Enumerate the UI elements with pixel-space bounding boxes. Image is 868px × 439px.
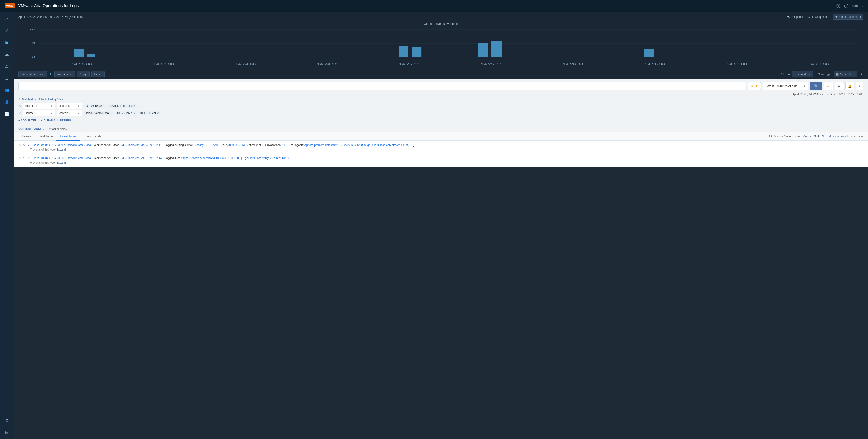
sidebar-users-icon[interactable]: 👥 bbox=[3, 86, 11, 94]
sidebar-person-icon[interactable]: 👤 bbox=[3, 98, 11, 106]
remove-tag-button[interactable]: ✕ bbox=[157, 112, 159, 115]
reset-button[interactable]: Reset bbox=[91, 71, 104, 77]
alert-button[interactable]: 🔔 bbox=[845, 82, 854, 90]
chevron-down-icon: ▼ bbox=[50, 112, 53, 115]
svg-text:14:27:30: 14:27:30 bbox=[808, 63, 829, 65]
extract-fields-button[interactable]: (Extract all fields) bbox=[46, 127, 68, 131]
add-metric-button[interactable]: + bbox=[49, 72, 53, 76]
chevron-down-icon: ▼ bbox=[803, 85, 806, 87]
content-packs-button[interactable]: CONTENT PACKs ▼ bbox=[18, 127, 45, 131]
remove-tag-button[interactable]: ✕ bbox=[102, 104, 104, 107]
svg-text:14:24:30: 14:24:30 bbox=[317, 63, 338, 65]
add-widget-button[interactable]: ▣+ bbox=[835, 82, 844, 90]
tab-events[interactable]: Events bbox=[18, 132, 35, 141]
filter-field-hostname[interactable]: hostname ▼ bbox=[23, 103, 55, 109]
svg-text:14:26:00: 14:26:00 bbox=[563, 63, 583, 65]
sidebar-upload-icon[interactable]: ⇧ bbox=[4, 27, 10, 34]
info-icon[interactable]: ⓘ bbox=[836, 3, 840, 9]
chart-type-dropdown[interactable]: ▤ Automatic ▼ bbox=[834, 71, 858, 77]
over-time-button[interactable]: over time ▼ bbox=[54, 71, 75, 77]
remove-tag-button[interactable]: ✕ bbox=[134, 104, 136, 107]
sidebar-cloud-icon[interactable]: ☁ bbox=[3, 51, 10, 58]
tabs-right: 1 to 5 out of 5 event types View ▼ Sort:… bbox=[769, 135, 863, 138]
event-ip[interactable]: @10.176.152.143~ bbox=[141, 156, 165, 160]
event-user[interactable]: CMBU\malasfar~ bbox=[119, 156, 141, 160]
sidebar-nav-icon[interactable]: ⇄ bbox=[4, 15, 10, 23]
time-range-dropdown[interactable]: Latest 5 minutes of data ▼ bbox=[763, 82, 808, 90]
sidebar-doc-icon[interactable]: ☷ bbox=[4, 74, 10, 82]
event-timestamp[interactable]: 2023-04-04 08:56:23.257~ bbox=[34, 144, 67, 147]
apply-button[interactable]: Apply bbox=[77, 71, 90, 77]
chart-svg[interactable]: 10 5 0 14:23:00 14:23:30 14:24:00 14:24:… bbox=[18, 27, 863, 68]
search-button[interactable]: 🔍 bbox=[810, 82, 822, 90]
tab-field-table[interactable]: Field Table bbox=[35, 132, 57, 141]
add-dashboard-button[interactable]: ✚ Add to Dashboard bbox=[833, 14, 863, 20]
bar-seconds-dropdown[interactable]: 5 seconds ▼ bbox=[792, 71, 813, 77]
chart-actions: 📷 Snapshot Go to Snapshots ✚ Add to Dash… bbox=[786, 14, 863, 20]
svg-text:14:24:00: 14:24:00 bbox=[235, 63, 256, 65]
collapse-chart-button[interactable]: ▲ bbox=[860, 72, 863, 76]
remove-filter-hostname[interactable]: ✕ bbox=[18, 104, 21, 108]
remove-filter-source[interactable]: ✕ bbox=[18, 112, 21, 115]
chevron-down-icon: ▼ bbox=[77, 112, 80, 115]
event-count: 7 bbox=[28, 143, 32, 147]
chevron-down-icon: ▼ bbox=[70, 73, 72, 75]
count-events-button[interactable]: Count of events ▼ bbox=[18, 71, 47, 77]
tab-event-types[interactable]: Event Types bbox=[56, 132, 80, 141]
expand-button[interactable]: (Expand) bbox=[56, 161, 67, 164]
svg-text:14:25:00: 14:25:00 bbox=[399, 63, 420, 65]
header-icons: ⓘ ⓘ admin ⌄ bbox=[836, 3, 863, 9]
event-host[interactable]: sc2vc05.cmbu.local~ bbox=[67, 144, 93, 147]
event-text: 2023-04-04 08:56:23.257~ sc2vc05.cmbu.lo… bbox=[34, 143, 863, 147]
sidebar-gear-icon[interactable]: ⚙ bbox=[4, 416, 10, 424]
event-item: ✕ ⚙ 6 2023-04-04 08:56:23.106~ sc2vc05.c… bbox=[14, 154, 868, 167]
filter-op-hostname[interactable]: contains ▼ bbox=[57, 103, 82, 109]
sidebar-alert-icon[interactable]: ⚠ bbox=[4, 62, 10, 70]
event-count: 6 bbox=[28, 156, 32, 160]
filter-actions: + ADD FILTER ✕ CLEAR ALL FILTERS bbox=[18, 118, 863, 124]
sidebar-monitor-icon[interactable]: 📄 bbox=[3, 110, 11, 118]
event-gear-button[interactable]: ⚙ bbox=[23, 156, 26, 160]
event-timestamp[interactable]: 2023-04-04 08:56:23.106~ bbox=[34, 156, 67, 160]
event-close-button[interactable]: ✕ bbox=[18, 143, 21, 147]
event-gear-button[interactable]: ⚙ bbox=[23, 143, 26, 147]
filter-op-source[interactable]: contains ▼ bbox=[57, 110, 82, 116]
match-icon: ⇧ bbox=[18, 98, 21, 101]
svg-rect-17 bbox=[87, 54, 95, 57]
event-close-button[interactable]: ✕ bbox=[18, 156, 21, 160]
filter-field-source[interactable]: source ▼ bbox=[23, 110, 55, 116]
event-user[interactable]: CMBU\malasfar~ bbox=[119, 144, 141, 147]
sidebar-sliders-icon[interactable]: ▤ bbox=[3, 429, 10, 436]
add-filter-button[interactable]: + ADD FILTER bbox=[18, 119, 37, 122]
tab-event-trends[interactable]: Event Trends bbox=[80, 132, 105, 141]
goto-snapshots-button[interactable]: Go to Snapshots bbox=[808, 15, 828, 19]
sort-dropdown[interactable]: Sort: Most Common First ▼ bbox=[822, 135, 856, 138]
search-input[interactable] bbox=[18, 82, 746, 90]
remove-tag-button[interactable]: ✕ bbox=[134, 112, 136, 115]
clear-filters-button[interactable]: ✕ CLEAR ALL FILTERS bbox=[40, 119, 71, 122]
svg-rect-16 bbox=[74, 49, 84, 57]
filter-row-source: ✕ source ▼ contains ▼ sc2vc05.cmbu.local… bbox=[18, 110, 863, 116]
bell-icon[interactable]: ⓘ bbox=[844, 3, 848, 9]
share-button[interactable]: ↗ bbox=[856, 82, 863, 90]
snapshot-button[interactable]: 📷 Snapshot bbox=[786, 15, 803, 19]
chevron-down-icon: ▼ bbox=[41, 73, 44, 75]
sidebar-chart-icon[interactable]: ▣ bbox=[3, 38, 10, 46]
admin-button[interactable]: admin ⌄ bbox=[852, 4, 863, 7]
filter-row-hostname: ✕ hostname ▼ contains ▼ 10.176.192.9 ✕ s… bbox=[18, 103, 863, 109]
chart-header: Apr 4, 2023 2:22:46 PM to 2:27:46 PM (5 … bbox=[14, 12, 868, 21]
collapse-list-button[interactable]: ◄◄ bbox=[858, 135, 863, 138]
svg-rect-20 bbox=[478, 43, 489, 57]
save-query-button[interactable]: ★+ bbox=[824, 82, 833, 90]
event-host[interactable]: sc2vc05.cmbu.local~ bbox=[67, 156, 93, 160]
event-ip[interactable]: @10.176.152.143~ bbox=[141, 144, 165, 147]
match-all-button[interactable]: Match all ▼ bbox=[22, 98, 36, 101]
svg-rect-22 bbox=[644, 49, 654, 57]
remove-tag-button[interactable]: ✕ bbox=[111, 112, 113, 115]
expand-button[interactable]: (Expand) bbox=[56, 148, 67, 151]
favorite-button[interactable]: ★ ▼ bbox=[748, 82, 761, 90]
svg-rect-21 bbox=[491, 40, 501, 57]
chart-toolbar: Count of events ▼ + over time ▼ Apply Re… bbox=[14, 69, 868, 79]
view-dropdown[interactable]: View ▼ bbox=[803, 135, 812, 138]
main-content: Apr 4, 2023 2:22:46 PM to 2:27:46 PM (5 … bbox=[14, 12, 868, 439]
